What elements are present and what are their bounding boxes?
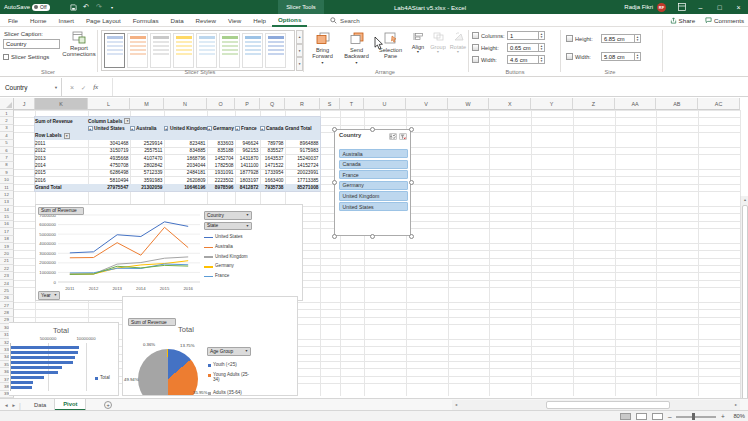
row-header-21[interactable]: 21 (0, 258, 14, 265)
scroll-right-icon[interactable]: ► (732, 401, 740, 409)
pivot-value-cell[interactable]: 5712339 (130, 169, 164, 176)
pivot-value-cell[interactable]: 4107470 (130, 154, 164, 161)
minimize-button[interactable]: – (691, 0, 710, 14)
zoom-level[interactable]: 80% (733, 413, 745, 419)
pivot-value-cell[interactable]: 1643537 (260, 154, 285, 161)
pivot-value-cell[interactable]: 1877928 (235, 169, 260, 176)
gallery-more-icon[interactable]: ▼ (296, 57, 303, 71)
ribbon-display-options-icon[interactable] (672, 0, 691, 14)
pivot-value-cell[interactable]: 8978596 (207, 184, 235, 191)
ribbon-tab-options[interactable]: Options (272, 14, 307, 27)
pivot-value-cell[interactable]: 1471522 (260, 162, 285, 169)
selection-handle[interactable] (370, 234, 375, 239)
slicer-style-thumbnail[interactable] (173, 33, 194, 68)
pivot-value-cell[interactable]: 946624 (235, 140, 260, 147)
gallery-scroll-down-icon[interactable]: ▼ (296, 44, 303, 58)
horizontal-scrollbar[interactable]: ◄ ► (452, 400, 740, 410)
pivot-value-cell[interactable]: 9175983 (285, 147, 320, 154)
pivot-value-cell[interactable]: 2802842 (130, 162, 164, 169)
spinner[interactable]: ▲▼ (635, 34, 641, 43)
row-header-10[interactable]: 10 (0, 176, 14, 183)
pie-chart[interactable]: Sum of RevenueTotal0.36%13.75%35.95%49.9… (122, 296, 298, 396)
spinner[interactable]: ▲▼ (539, 43, 545, 52)
save-icon[interactable] (68, 2, 78, 12)
expand-icon[interactable]: + (207, 126, 212, 131)
column-header-N[interactable]: N (164, 98, 207, 110)
pivot-value-cell[interactable]: 8412872 (235, 184, 260, 191)
slicer-item-united-states[interactable]: United States (339, 202, 408, 211)
column-header-O[interactable]: O (207, 98, 235, 110)
expand-icon[interactable]: + (164, 126, 168, 131)
row-header-8[interactable]: 8 (0, 162, 14, 169)
pivot-value-cell[interactable]: 1782508 (207, 162, 235, 169)
undo-icon[interactable]: ↶ (81, 2, 91, 12)
slicer-settings-button[interactable]: Slicer Settings (3, 54, 49, 60)
selection-handle[interactable] (409, 180, 414, 185)
column-header-Q[interactable]: Q (260, 98, 285, 110)
scroll-left-icon[interactable]: ◄ (452, 401, 460, 409)
ribbon-tab-data[interactable]: Data (165, 14, 190, 27)
row-header-28[interactable]: 28 (0, 309, 14, 316)
row-header-6[interactable]: 6 (0, 147, 14, 154)
row-header-2[interactable]: 2 (0, 117, 14, 124)
column-header-X[interactable]: X (489, 98, 531, 110)
selection-handle[interactable] (332, 180, 337, 185)
pivot-value-cell[interactable]: 1452704 (207, 154, 235, 161)
ribbon-tab-help[interactable]: Help (247, 14, 272, 27)
row-header-1[interactable]: 1 (0, 110, 14, 117)
column-header-AC[interactable]: AC (698, 98, 740, 110)
multi-select-icon[interactable] (389, 133, 397, 140)
column-header-Z[interactable]: Z (573, 98, 615, 110)
spinner[interactable]: ▲▼ (635, 52, 641, 61)
new-sheet-button[interactable]: + (104, 401, 112, 409)
restore-button[interactable]: □ (710, 0, 729, 14)
scroll-up-icon[interactable]: ▲ (741, 196, 748, 204)
slicer-style-thumbnail[interactable] (150, 33, 171, 68)
pivot-column-labels[interactable]: Column Labels▼ (88, 117, 148, 124)
pivot-value-cell[interactable]: 17713385 (285, 176, 320, 183)
pivot-column-header[interactable]: +Germany (207, 125, 235, 132)
slicer-style-thumbnail[interactable] (104, 33, 125, 68)
pivot-value-cell[interactable]: 85271008 (285, 184, 320, 191)
search-box[interactable]: Search (330, 15, 360, 26)
slicer-style-thumbnail[interactable] (219, 33, 240, 68)
selection-handle[interactable] (409, 234, 414, 239)
pivot-value-cell[interactable]: 3041468 (88, 140, 130, 147)
pivot-value-cell[interactable]: 1733954 (260, 169, 285, 176)
ribbon-tab-review[interactable]: Review (190, 14, 222, 27)
report-connections-button[interactable]: Report Connections (62, 31, 96, 57)
pivot-value-cell[interactable]: 834885 (164, 147, 207, 154)
column-header-Y[interactable]: Y (531, 98, 573, 110)
column-header-R[interactable]: R (285, 98, 320, 110)
pivot-value-cell[interactable]: 1868796 (164, 154, 207, 161)
value-field-button[interactable]: Sum of Revenue (38, 207, 84, 215)
pivot-value-cell[interactable]: 4750708 (88, 162, 130, 169)
pivot-value-cell[interactable]: 962153 (235, 147, 260, 154)
column-header-P[interactable]: P (235, 98, 260, 110)
slicer-item-germany[interactable]: Germany (339, 181, 408, 190)
expand-icon[interactable]: + (130, 126, 135, 131)
column-header-U[interactable]: U (364, 98, 406, 110)
prev-sheet-icon[interactable]: ◄ (4, 403, 9, 408)
field-input[interactable]: 6.85 cm (601, 34, 635, 43)
horizontal-scroll-thumb[interactable] (546, 401, 670, 409)
column-header-AB[interactable]: AB (656, 98, 698, 110)
axis-field-button[interactable]: Year▼ (38, 291, 60, 300)
row-header-5[interactable]: 5 (0, 140, 14, 147)
pivot-value-field[interactable]: Sum of Revenue (35, 117, 88, 124)
row-header-11[interactable]: 11 (0, 184, 14, 191)
legend-field-button-age-group[interactable]: Age Group▼ (207, 347, 251, 356)
row-header-15[interactable]: 15 (0, 213, 14, 220)
ribbon-tab-formulas[interactable]: Formulas (127, 14, 165, 27)
pivot-column-header[interactable]: Grand Total (285, 125, 320, 132)
slicer-item-canada[interactable]: Canada (339, 160, 408, 169)
avatar[interactable]: RF (657, 3, 666, 12)
pivot-value-cell[interactable]: 833603 (207, 140, 235, 147)
legend-field-button-state[interactable]: State▼ (204, 222, 252, 231)
zoom-out-icon[interactable]: – (668, 413, 672, 420)
pivot-row-label[interactable]: 2012 (35, 147, 88, 154)
column-header-L[interactable]: L (88, 98, 130, 110)
pivot-value-cell[interactable]: 2620809 (164, 176, 207, 183)
slicer-style-thumbnail[interactable] (196, 33, 217, 68)
normal-view-icon[interactable] (620, 413, 631, 420)
